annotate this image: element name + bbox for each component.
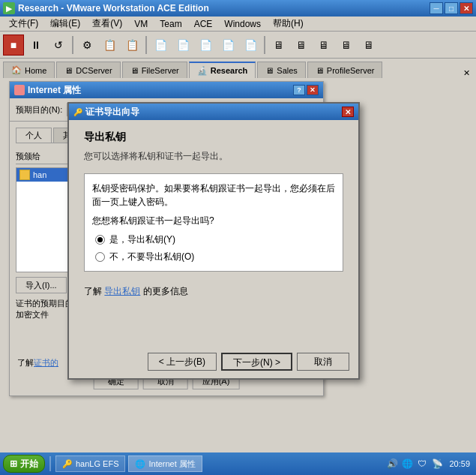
bg-dialog-controls: ? ✕ xyxy=(293,85,319,95)
menu-vm[interactable]: VM xyxy=(128,17,154,31)
toolbar-btn11[interactable]: 🖥 xyxy=(291,35,312,56)
radio-no-item[interactable]: 不，不要导出私钥(O) xyxy=(95,251,335,263)
wizard-question: 您想将私钥跟证书一起导出吗? xyxy=(92,215,335,227)
tab-profileserver-label: ProfileServer xyxy=(327,66,375,75)
app-icon: ▶ xyxy=(3,2,15,14)
wizard-bottom-btns: < 上一步(B) 下一步(N) > 取消 xyxy=(148,353,349,371)
toolbar-pause-btn[interactable]: ⏸ xyxy=(25,35,46,56)
start-label: 开始 xyxy=(20,458,38,470)
tray-network-icon[interactable]: 🌐 xyxy=(401,458,413,470)
main-content: Internet 属性 ? ✕ 预期目的(N): <所有> ▼ 个人 其他人 预… xyxy=(0,78,476,452)
menu-help[interactable]: 帮助(H) xyxy=(267,16,310,32)
tab-sales-label: Sales xyxy=(277,66,298,75)
close-button[interactable]: ✕ xyxy=(460,2,473,14)
radio-yes-circle xyxy=(95,235,105,245)
taskbar-sep-1 xyxy=(49,456,51,471)
tab-fileserver-icon: 🖥 xyxy=(130,66,139,75)
wizard-section: 私钥受密码保护。如果要将私钥跟证书一起导出，您必须在后面一页上键入密码。 您想将… xyxy=(84,173,343,272)
maximize-button[interactable]: □ xyxy=(445,2,458,14)
wizard-icon: 🔑 xyxy=(73,108,82,116)
bg-dialog-help-btn[interactable]: ? xyxy=(293,85,305,95)
toolbar-btn13[interactable]: 🖥 xyxy=(336,35,357,56)
toolbar-sep-3 xyxy=(264,36,265,54)
tab-research-icon: 🔬 xyxy=(197,66,208,76)
minimize-button[interactable]: ─ xyxy=(430,2,443,14)
cert-item-label: han xyxy=(33,170,46,179)
tab-dcserver-icon: 🖥 xyxy=(64,66,73,75)
toolbar-power-btn[interactable]: ■ xyxy=(3,35,24,56)
tab-profileserver[interactable]: 🖥 ProfileServer xyxy=(307,62,383,78)
toolbar-btn14[interactable]: 🖥 xyxy=(358,35,379,56)
toolbar-btn10[interactable]: 🖥 xyxy=(268,35,289,56)
taskbar-item-internet[interactable]: 🌐 Internet 属性 xyxy=(128,455,202,472)
tray-sound-icon[interactable]: 🔊 xyxy=(386,458,398,470)
tab-research[interactable]: 🔬 Research xyxy=(189,62,256,78)
tray-vm-icon[interactable]: 📡 xyxy=(431,458,443,470)
start-button[interactable]: ⊞ 开始 xyxy=(3,455,45,473)
wizard-desc: 您可以选择将私钥和证书一起导出。 xyxy=(84,150,343,163)
menu-ace[interactable]: ACE xyxy=(188,17,219,31)
bg-dialog-close-btn[interactable]: ✕ xyxy=(307,85,319,95)
bg-tab-personal[interactable]: 个人 xyxy=(16,128,52,143)
tab-dcserver[interactable]: 🖥 DCServer xyxy=(56,62,120,78)
tabs-bar: 🏠 Home 🖥 DCServer 🖥 FileServer 🔬 Researc… xyxy=(0,59,476,78)
toolbar-btn2[interactable]: ⚙ xyxy=(76,35,97,56)
bg-dialog-icon xyxy=(14,85,25,95)
certificate-export-wizard: 🔑 证书导出向导 ✕ 导出私钥 您可以选择将私钥和证书一起导出。 私钥受密码保护… xyxy=(67,102,360,380)
cert-link[interactable]: 证书的 xyxy=(34,358,58,367)
col-issued-to: 预颁给 xyxy=(16,151,40,162)
tab-home[interactable]: 🏠 Home xyxy=(3,62,55,78)
toolbar-btn7[interactable]: 📄 xyxy=(195,35,216,56)
bg-dialog-link: 了解证书的 xyxy=(17,357,58,368)
menu-edit[interactable]: 编辑(E) xyxy=(44,16,86,32)
radio-yes-item[interactable]: 是，导出私钥(Y) xyxy=(95,233,335,246)
title-bar: ▶ Research - VMware Workstation ACE Edit… xyxy=(0,0,476,17)
taskbar: ⊞ 开始 🔑 hanLG EFS 🌐 Internet 属性 🔊 🌐 🛡 📡 2… xyxy=(0,452,476,475)
tab-fileserver-label: FileServer xyxy=(142,66,179,75)
toolbar: ■ ⏸ ↺ ⚙ 📋 📋 📄 📄 📄 📄 📄 🖥 🖥 🖥 🖥 🖥 xyxy=(0,32,476,59)
wizard-link[interactable]: 导出私钥 xyxy=(104,286,140,296)
toolbar-reset-btn[interactable]: ↺ xyxy=(48,35,69,56)
wizard-close-btn[interactable]: ✕ xyxy=(342,107,354,117)
bg-expected-purpose-label: 预期目的(N): xyxy=(16,104,62,116)
window-title: Research - VMware Workstation ACE Editio… xyxy=(18,3,430,14)
toolbar-btn9[interactable]: 📄 xyxy=(240,35,261,56)
wizard-back-btn[interactable]: < 上一步(B) xyxy=(148,353,217,371)
clock: 20:59 xyxy=(446,459,473,468)
taskbar-item-hanlg-icon: 🔑 xyxy=(62,459,73,469)
menu-windows[interactable]: Windows xyxy=(218,17,267,31)
wizard-cancel-btn[interactable]: 取消 xyxy=(297,353,349,371)
wizard-link-suffix: 的更多信息 xyxy=(143,286,188,296)
menu-file[interactable]: 文件(F) xyxy=(3,16,44,32)
tab-sales[interactable]: 🖥 Sales xyxy=(257,62,306,78)
taskbar-item-internet-icon: 🌐 xyxy=(135,459,145,469)
toolbar-btn4[interactable]: 📋 xyxy=(121,35,142,56)
taskbar-item-hanlg[interactable]: 🔑 hanLG EFS xyxy=(55,455,125,472)
menu-view[interactable]: 查看(V) xyxy=(86,16,128,32)
bg-dialog-title-text: Internet 属性 xyxy=(28,84,81,97)
tab-profileserver-icon: 🖥 xyxy=(316,66,324,75)
toolbar-sep-2 xyxy=(145,36,147,54)
menu-team[interactable]: Team xyxy=(154,17,187,31)
toolbar-btn3[interactable]: 📋 xyxy=(99,35,120,56)
wizard-body: 导出私钥 您可以选择将私钥和证书一起导出。 私钥受密码保护。如果要将私钥跟证书一… xyxy=(69,120,358,313)
tray-security-icon[interactable]: 🛡 xyxy=(416,458,428,470)
radio-yes-label: 是，导出私钥(Y) xyxy=(109,233,175,246)
window-controls: ─ □ ✕ xyxy=(430,2,473,14)
taskbar-tray: 🔊 🌐 🛡 📡 20:59 xyxy=(386,458,473,470)
tab-home-label: Home xyxy=(25,66,46,75)
tab-fileserver[interactable]: 🖥 FileServer xyxy=(122,62,187,78)
tab-close-btn[interactable]: ✕ xyxy=(463,68,473,78)
wizard-link-section: 了解 导出私钥 的更多信息 xyxy=(84,281,343,302)
import-btn[interactable]: 导入(I)... xyxy=(16,277,67,293)
toolbar-btn12[interactable]: 🖥 xyxy=(313,35,334,56)
taskbar-item-hanlg-label: hanLG EFS xyxy=(76,459,118,468)
radio-no-label: 不，不要导出私钥(O) xyxy=(109,251,194,263)
wizard-next-btn[interactable]: 下一步(N) > xyxy=(221,353,292,371)
wizard-title-bar: 🔑 证书导出向导 ✕ xyxy=(69,104,358,120)
toolbar-btn5[interactable]: 📄 xyxy=(150,35,171,56)
menu-bar: 文件(F) 编辑(E) 查看(V) VM Team ACE Windows 帮助… xyxy=(0,17,476,32)
toolbar-btn6[interactable]: 📄 xyxy=(172,35,193,56)
toolbar-btn8[interactable]: 📄 xyxy=(217,35,238,56)
wizard-section-text: 私钥受密码保护。如果要将私钥跟证书一起导出，您必须在后面一页上键入密码。 xyxy=(92,182,335,209)
